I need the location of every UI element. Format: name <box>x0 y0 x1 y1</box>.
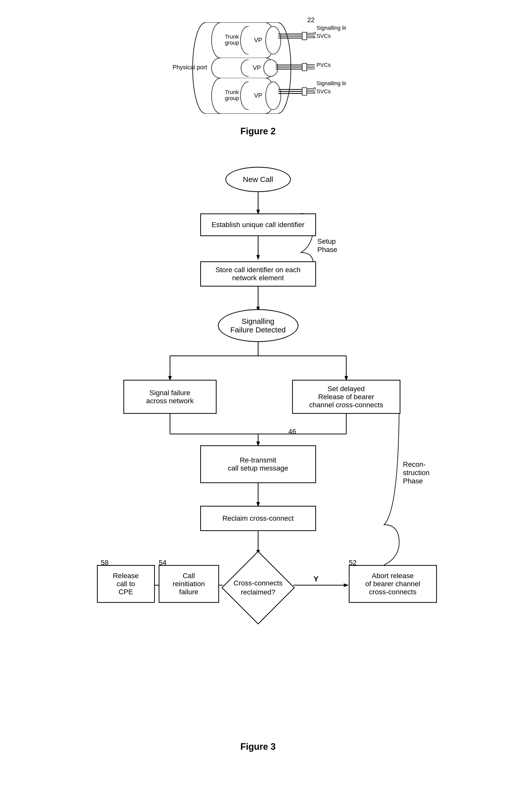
svg-rect-51 <box>302 88 307 95</box>
svg-text:Signalling link: Signalling link <box>316 80 346 86</box>
figure2-caption: Figure 2 <box>240 126 275 137</box>
svg-text:Trunk: Trunk <box>225 33 239 40</box>
svg-marker-97 <box>344 583 349 587</box>
svg-text:46: 46 <box>289 428 296 435</box>
svg-rect-17 <box>302 32 307 40</box>
svg-rect-34 <box>302 63 307 71</box>
figure3-diagram: Y N 40 42 <box>82 157 434 736</box>
svg-point-46 <box>266 82 281 110</box>
release-call-node: Release call to CPE <box>97 565 155 603</box>
svg-text:SVCs: SVCs <box>316 88 331 94</box>
re-transmit-node: Re-transmit call setup message <box>200 445 316 483</box>
svg-text:Setup: Setup <box>317 237 336 245</box>
svg-text:group: group <box>225 95 239 101</box>
figure3-container: Y N 40 42 <box>82 157 434 752</box>
svg-text:Physical port: Physical port <box>173 64 207 70</box>
svg-text:Signalling link: Signalling link <box>316 25 346 31</box>
svg-text:Phase: Phase <box>317 246 337 254</box>
figure3-caption: Figure 3 <box>240 742 275 752</box>
svg-text:VP: VP <box>252 64 261 71</box>
figure2-container: VP VP <box>170 15 346 137</box>
store-call-id-node: Store call identifier on each network el… <box>200 261 316 287</box>
reclaim-node: Reclaim cross-connect <box>200 506 316 531</box>
svg-text:22: 22 <box>307 16 314 24</box>
cross-connects-diamond: Cross-connects reclaimed? <box>223 552 293 623</box>
page-container: VP VP <box>0 0 516 812</box>
svg-text:group: group <box>225 39 239 46</box>
establish-uid-node: Establish unique call identifier <box>200 213 316 236</box>
svg-text:Recon-: Recon- <box>403 460 426 468</box>
svg-text:Phase: Phase <box>403 477 423 485</box>
set-delayed-release-node: Set delayed Release of bearer channel cr… <box>292 380 400 414</box>
svg-marker-76 <box>256 255 260 260</box>
svg-point-29 <box>264 60 278 76</box>
signal-failure-node: Signal failure across network <box>123 380 217 414</box>
new-call-node: New Call <box>225 167 291 192</box>
signalling-failure-node: Signalling Failure Detected <box>218 309 298 342</box>
svg-text:PVCs: PVCs <box>316 62 331 68</box>
svg-point-12 <box>266 26 281 54</box>
svg-text:Y: Y <box>313 575 318 583</box>
svg-text:VP: VP <box>254 36 262 44</box>
svg-text:struction: struction <box>403 469 430 476</box>
svg-text:VP: VP <box>254 92 262 99</box>
svg-text:SVCs: SVCs <box>316 33 331 39</box>
figure2-svg: VP VP <box>170 15 346 121</box>
svg-text:Trunk: Trunk <box>225 89 239 95</box>
abort-release-node: Abort release of bearer channel cross-co… <box>349 565 437 603</box>
call-reinitiation-node: Call reinitiation failure <box>159 565 219 603</box>
